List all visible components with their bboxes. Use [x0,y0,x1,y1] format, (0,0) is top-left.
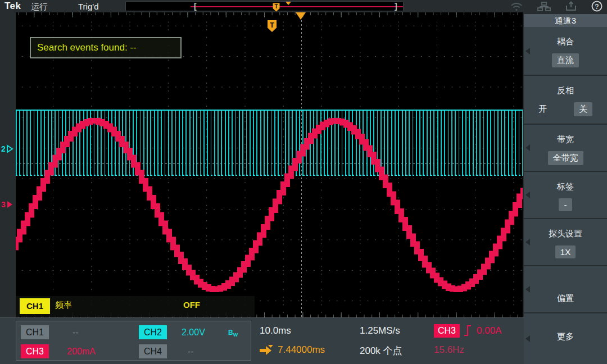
record-view-bracket-left: [ [194,2,197,11]
bandwidth-value-button[interactable]: 全带宽 [548,151,583,165]
chevron-left-icon [526,239,530,245]
ch2-scale: 2.00V [182,327,205,338]
wifi-icon[interactable] [510,2,523,11]
horizontal-position-arrow-icon [259,344,274,355]
side-menu-channel3: 通道3 耦合 直流 反相 开 关 带宽 全带宽 标签 - 探头设置 1X [524,14,607,364]
ch2-reference-marker[interactable]: 2 [1,144,13,153]
chevron-left-icon [526,192,530,198]
chevron-left-icon [526,144,530,151]
measurement-value: OFF [183,300,200,310]
trigger-frequency-readout: 15.6Hz [434,344,464,356]
menu-item-invert[interactable]: 反相 开 关 [524,76,607,125]
probe-value-button[interactable]: 1X [555,245,576,258]
oscilloscope-screen: Tek 运行 Trig'd [ ] T [0,0,607,364]
left-channel-strip: 2 3 [0,12,16,317]
ch3-scale: 200mA [67,347,96,357]
trigger-position-marker-icon[interactable] [296,12,306,20]
ch4-badge[interactable]: CH4 [139,344,167,358]
timebase-readout[interactable]: 10.0ms [260,325,291,336]
export-icon[interactable] [565,1,577,11]
help-icon[interactable]: ? [591,1,603,12]
measurement-type-label: 频率 [55,300,72,311]
ch2-marker-arrow-icon [6,144,13,153]
trigger-source-badge[interactable]: CH3 [434,324,460,338]
ch3-badge[interactable]: CH3 [21,344,49,358]
rising-edge-slope-icon [463,323,473,338]
measurement-bar[interactable]: CH1 频率 OFF [16,296,255,317]
acquisition-status: 运行 [31,2,48,12]
ch3-marker-arrow-icon [6,200,13,209]
search-events-banner: Search events found: -- [30,37,182,58]
tek-logo: Tek [4,1,21,12]
side-menu-title: 通道3 [524,14,607,27]
horizontal-position-indicator[interactable]: [ ] T [125,1,404,11]
trigger-position-flag-icon[interactable]: T [273,3,280,12]
measurement-source-badge[interactable]: CH1 [20,298,50,314]
record-view-line [191,6,403,7]
lan-icon[interactable] [537,2,551,11]
record-length-readout: 200k 个点 [360,344,402,357]
ch1-badge[interactable]: CH1 [21,325,49,339]
top-bar-icons: ? [510,0,603,12]
waveform-display[interactable]: T Search events found: -- CH1 频率 OFF [16,12,523,317]
chevron-left-icon [526,48,530,54]
expansion-point-icon [286,2,291,5]
menu-item-probe-setup[interactable]: 探头设置 1X [524,219,607,266]
invert-off-option[interactable]: 关 [574,102,592,116]
trigger-status: Trig'd [78,2,98,11]
chevron-left-icon [526,335,530,342]
menu-item-offset[interactable]: 偏置 [524,266,607,313]
ch3-reference-marker[interactable]: 3 [1,200,13,209]
horizontal-position-readout[interactable]: 7.44000ms [278,344,325,356]
ch2-bandwidth-limit-indicator: BW [228,329,238,338]
label-value-button[interactable]: - [559,198,572,211]
sample-rate-readout: 1.25MS/s [360,325,400,336]
ch1-scale: -- [73,327,79,338]
ch2-badge[interactable]: CH2 [139,325,167,339]
trigger-level-readout[interactable]: 0.00A [477,325,501,336]
svg-text:T: T [270,21,274,29]
trigger-level-flag-icon[interactable]: T [267,20,277,33]
chevron-left-icon [526,286,530,293]
svg-text:?: ? [595,3,599,11]
coupling-value-button[interactable]: 直流 [552,53,579,67]
menu-item-coupling[interactable]: 耦合 直流 [524,27,607,76]
svg-text:T: T [274,3,278,10]
record-view-bracket-right: ] [395,2,397,11]
menu-item-bandwidth[interactable]: 带宽 全带宽 [524,125,607,172]
status-bar: CH1 -- CH2 2.00V BW CH3 200mA CH4 -- 10.… [0,317,524,364]
ch4-scale: -- [188,347,194,357]
channel-readout-panel: CH1 -- CH2 2.00V BW CH3 200mA CH4 -- [16,321,251,361]
menu-item-label[interactable]: 标签 - [524,172,607,219]
invert-on-option[interactable]: 开 [538,104,547,115]
menu-item-more[interactable]: 更多 [524,313,607,364]
top-bar: Tek 运行 Trig'd [ ] T [0,0,607,12]
